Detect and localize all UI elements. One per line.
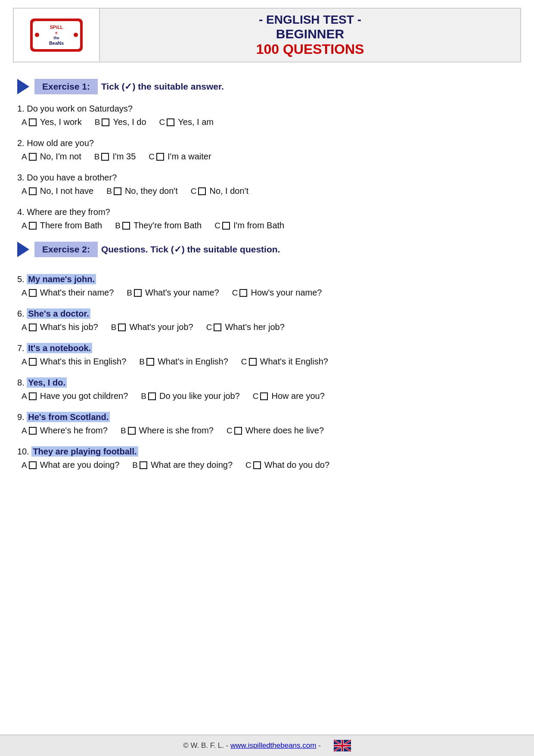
q5-checkbox-c[interactable] xyxy=(239,289,247,297)
question-1-answers: A Yes, I work B Yes, I do C Yes, I am xyxy=(22,117,517,127)
q1-option-a: A Yes, I work xyxy=(22,117,82,127)
q10-option-c: C What do you do? xyxy=(245,460,329,470)
q10-highlighted: They are playing football. xyxy=(31,446,138,457)
q9-checkbox-a[interactable] xyxy=(29,427,37,435)
question-9: 9. He's from Scotland. A Where's he from… xyxy=(17,412,517,436)
question-1: 1. Do you work on Saturdays? A Yes, I wo… xyxy=(17,104,517,127)
q7-checkbox-b[interactable] xyxy=(146,358,154,366)
question-2: 2. How old are you? A No, I'm not B I'm … xyxy=(17,138,517,162)
q8-option-a: A Have you got children? xyxy=(22,391,128,401)
q4-option-b: B They're from Bath xyxy=(115,221,202,230)
footer-suffix: - xyxy=(318,741,321,750)
q9-checkbox-b[interactable] xyxy=(128,427,136,435)
exercise1-label: Exercise 1: xyxy=(42,81,90,92)
q2-checkbox-a[interactable] xyxy=(29,153,37,161)
q6-checkbox-c[interactable] xyxy=(214,324,221,331)
q5-option-b: B What's your name? xyxy=(127,288,219,298)
question-4-text: 4. Where are they from? xyxy=(17,207,517,217)
q7-option-c: C What's it English? xyxy=(241,357,328,367)
question-6-text: 6. She's a doctor. xyxy=(17,309,517,319)
q5-option-c: C How's your name? xyxy=(232,288,322,298)
q1-checkbox-b[interactable] xyxy=(102,118,109,126)
page-footer: © W. B. F. L. - www.ispilledthebeans.com… xyxy=(0,734,534,756)
question-3-text: 3. Do you have a brother? xyxy=(17,173,517,183)
question-8-answers: A Have you got children? B Do you like y… xyxy=(22,391,517,401)
question-10-text: 10. They are playing football. xyxy=(17,447,517,457)
question-5: 5. My name's john. A What's their name? … xyxy=(17,274,517,298)
question-6: 6. She's a doctor. A What's his job? B W… xyxy=(17,309,517,332)
q6-checkbox-a[interactable] xyxy=(29,324,37,331)
q3-checkbox-c[interactable] xyxy=(198,187,206,195)
q8-checkbox-a[interactable] xyxy=(29,392,37,400)
q10-option-a: A What are you doing? xyxy=(22,460,119,470)
q6-checkbox-b[interactable] xyxy=(118,324,126,331)
q3-option-b: B No, they don't xyxy=(106,186,177,196)
q6-option-a: A What's his job? xyxy=(22,322,98,332)
q10-option-b: B What are they doing? xyxy=(132,460,233,470)
title-area: - ENGLISH TEST - BEGINNER 100 QUESTIONS xyxy=(100,9,520,62)
svg-point-6 xyxy=(35,33,39,37)
svg-text:the: the xyxy=(53,36,59,40)
q7-highlighted: It's a notebook. xyxy=(27,343,92,353)
q9-option-a: A Where's he from? xyxy=(22,426,108,436)
q7-checkbox-c[interactable] xyxy=(249,358,257,366)
q2-checkbox-b[interactable] xyxy=(101,153,109,161)
q10-checkbox-c[interactable] xyxy=(253,461,261,469)
arrow2-icon xyxy=(17,242,29,257)
question-10: 10. They are playing football. A What ar… xyxy=(17,447,517,470)
q9-checkbox-c[interactable] xyxy=(234,427,242,435)
q3-checkbox-b[interactable] xyxy=(114,187,121,195)
question-4-answers: A There from Bath B They're from Bath C … xyxy=(22,221,517,230)
question-10-answers: A What are you doing? B What are they do… xyxy=(22,460,517,470)
q2-option-b: B I'm 35 xyxy=(94,152,136,162)
q8-checkbox-b[interactable] xyxy=(148,392,156,400)
uk-flag-icon xyxy=(334,740,351,752)
footer-link[interactable]: www.ispilledthebeans.com xyxy=(230,741,316,750)
question-6-answers: A What's his job? B What's your job? C W… xyxy=(22,322,517,332)
q5-option-a: A What's their name? xyxy=(22,288,114,298)
q5-checkbox-b[interactable] xyxy=(134,289,142,297)
q3-checkbox-a[interactable] xyxy=(29,187,37,195)
q6-option-c: C What's her job? xyxy=(206,322,285,332)
title-line3: 100 QUESTIONS xyxy=(256,41,364,57)
q2-checkbox-c[interactable] xyxy=(156,153,164,161)
exercise2-label-box: Exercise 2: xyxy=(34,242,98,257)
q1-option-c: C Yes, I am xyxy=(159,117,214,127)
exercise1-header: Exercise 1: Tick (✓) the suitable answer… xyxy=(17,79,517,94)
q4-option-c: C I'm from Bath xyxy=(214,221,284,230)
q4-checkbox-c[interactable] xyxy=(222,222,230,230)
q1-checkbox-a[interactable] xyxy=(29,118,37,126)
svg-text:e: e xyxy=(55,31,57,35)
exercise1-instruction: Tick (✓) the suitable answer. xyxy=(101,81,224,92)
question-8-text: 8. Yes, I do. xyxy=(17,378,517,388)
q8-checkbox-c[interactable] xyxy=(260,392,268,400)
exercise1-label-box: Exercise 1: xyxy=(34,79,98,94)
question-9-text: 9. He's from Scotland. xyxy=(17,412,517,422)
question-7: 7. It's a notebook. A What's this in Eng… xyxy=(17,343,517,367)
question-1-text: 1. Do you work on Saturdays? xyxy=(17,104,517,114)
exercise2-header: Exercise 2: Questions. Tick (✓) the suit… xyxy=(17,242,517,257)
q5-highlighted: My name's john. xyxy=(27,274,96,284)
question-4: 4. Where are they from? A There from Bat… xyxy=(17,207,517,230)
q4-checkbox-a[interactable] xyxy=(29,222,37,230)
q7-checkbox-a[interactable] xyxy=(29,358,37,366)
question-9-answers: A Where's he from? B Where is she from? … xyxy=(22,426,517,436)
exercise2-label: Exercise 2: xyxy=(42,244,90,255)
q10-checkbox-b[interactable] xyxy=(140,461,147,469)
arrow-icon xyxy=(17,79,29,94)
q4-checkbox-b[interactable] xyxy=(122,222,130,230)
q3-option-c: C No, I don't xyxy=(191,186,248,196)
question-3-answers: A No, I not have B No, they don't C No, … xyxy=(22,186,517,196)
page-header: SPiLL e the BeaNs - ENGLISH TEST - BEGIN… xyxy=(13,8,521,62)
q1-checkbox-c[interactable] xyxy=(167,118,174,126)
main-content: Exercise 1: Tick (✓) the suitable answer… xyxy=(0,62,534,734)
question-7-answers: A What's this in English? B What's in En… xyxy=(22,357,517,367)
q5-checkbox-a[interactable] xyxy=(29,289,37,297)
logo-area: SPiLL e the BeaNs xyxy=(14,9,100,62)
q8-option-b: B Do you like your job? xyxy=(141,391,239,401)
q2-option-a: A No, I'm not xyxy=(22,152,81,162)
title-line1: - ENGLISH TEST - xyxy=(259,13,361,27)
logo-image: SPiLL e the BeaNs xyxy=(28,17,84,53)
q6-highlighted: She's a doctor. xyxy=(27,308,90,319)
q10-checkbox-a[interactable] xyxy=(29,461,37,469)
